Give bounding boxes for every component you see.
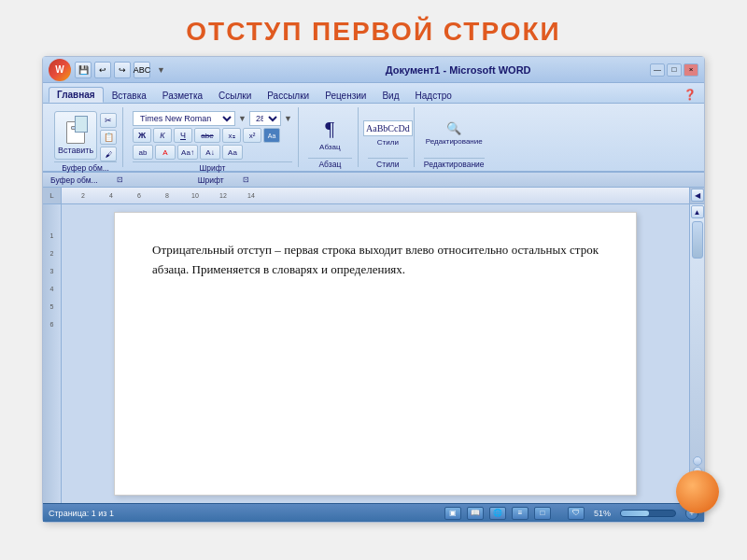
- editing-label: Редактирование: [426, 137, 483, 146]
- underline-button[interactable]: Ч: [174, 128, 192, 143]
- styles-content: AaBbCcDd Стили: [370, 109, 405, 158]
- tab-addins[interactable]: Надстро: [408, 89, 459, 103]
- v-ruler-5: 5: [50, 303, 54, 310]
- strikethrough-button[interactable]: abe: [194, 128, 220, 143]
- view-reading-btn[interactable]: 📖: [467, 507, 484, 520]
- font-group-label: Шрифт: [133, 161, 292, 173]
- subscript-button[interactable]: x₂: [222, 128, 241, 143]
- paragraph-button[interactable]: ¶ Абзац: [312, 109, 347, 158]
- tab-review[interactable]: Рецензии: [317, 89, 374, 103]
- tab-home[interactable]: Главная: [49, 87, 104, 103]
- editing-group: 🔍 Редактирование Редактирование: [418, 107, 490, 167]
- spell-quick-btn[interactable]: ABC: [134, 62, 150, 78]
- tab-view[interactable]: Вид: [374, 89, 406, 103]
- paragraph-group: ¶ Абзац Абзац: [303, 107, 359, 167]
- minimize-button[interactable]: —: [650, 63, 665, 77]
- font-section-label: Шрифт: [198, 175, 224, 185]
- styles-group-label: Стили: [368, 158, 408, 169]
- paragraph-content: ¶ Абзац: [312, 109, 347, 158]
- font-color-row: ab A Aa↑ A↓ Aa: [133, 145, 292, 160]
- buffer-label: Буфер обм...: [50, 175, 98, 185]
- clipboard-group: Вставить ✂ 📋 🖌 Буфер обм...: [49, 107, 123, 167]
- ruler-area: L 2 4 6 8 10 12 14 ◀: [43, 188, 704, 204]
- buffer-expand-icon[interactable]: ⊡: [117, 175, 123, 184]
- status-bar: Страница: 1 из 1 ▣ 📖 🌐 ≡ □ 🛡 51% +: [43, 503, 704, 522]
- zoom-level: 51%: [594, 509, 611, 518]
- view-outline-btn[interactable]: ≡: [512, 507, 529, 520]
- styles-label: Стили: [377, 138, 399, 147]
- cut-button[interactable]: ✂: [100, 113, 117, 128]
- tab-insert[interactable]: Вставка: [105, 89, 154, 103]
- font-color-button[interactable]: A: [155, 145, 176, 160]
- v-ruler-2: 2: [50, 250, 54, 257]
- editing-button[interactable]: 🔍 Редактирование: [436, 109, 472, 158]
- scroll-thumb[interactable]: [692, 221, 703, 259]
- ruler-num-10: 10: [181, 192, 209, 199]
- font-size-select[interactable]: 28: [249, 111, 281, 126]
- bold-button[interactable]: Ж: [133, 128, 151, 143]
- office-logo: W: [55, 64, 63, 75]
- font-size-arrow: ▼: [284, 114, 292, 123]
- window-title: Документ1 - Microsoft WORD: [266, 64, 650, 76]
- page-title: ОТСТУП ПЕРВОЙ СТРОКИ: [0, 17, 747, 47]
- ruler-num-6: 6: [125, 192, 153, 199]
- word-window: W 💾 ↩ ↪ ABC ▼ Документ1 - Microsoft WORD…: [42, 56, 705, 523]
- scroll-up-button[interactable]: ▲: [691, 205, 704, 218]
- font-name-select[interactable]: Times New Roman: [133, 111, 235, 126]
- ruler-scroll-btn[interactable]: ◀: [691, 189, 704, 202]
- styles-group: AaBbCcDd Стили Стили: [362, 107, 415, 167]
- clear-format-button[interactable]: Aa: [263, 128, 280, 143]
- tab-mailings[interactable]: Рассылки: [260, 89, 317, 103]
- window-controls: — □ ×: [650, 63, 698, 77]
- ribbon-help-icon[interactable]: ❓: [682, 87, 698, 103]
- font-format-row: Ж К Ч abe x₂ x² Aa: [133, 128, 292, 143]
- font-group: Times New Roman ▼ 28 ▼ Ж К Ч abe x₂ x² A…: [127, 107, 299, 167]
- v-ruler-4: 4: [50, 286, 54, 292]
- font-controls: Times New Roman ▼ 28 ▼ Ж К Ч abe x₂ x² A…: [133, 109, 292, 161]
- ruler-main: 2 4 6 8 10 12 14: [62, 188, 689, 203]
- tab-layout[interactable]: Разметка: [155, 89, 210, 103]
- v-ruler-6: 6: [50, 321, 54, 328]
- paste-doc-icon: [75, 116, 88, 133]
- tab-references[interactable]: Ссылки: [211, 89, 259, 103]
- zoom-slider[interactable]: [620, 510, 676, 517]
- styles-button[interactable]: AaBbCcDd Стили: [370, 109, 405, 158]
- right-scrollbar: ▲ ▼: [689, 204, 704, 503]
- ruler-num-14: 14: [237, 192, 265, 199]
- format-painter-button[interactable]: 🖌: [100, 147, 117, 161]
- shield-btn[interactable]: 🛡: [568, 507, 585, 520]
- increase-font-button[interactable]: Aa↑: [177, 145, 198, 160]
- ruler-num-2: 2: [69, 192, 97, 199]
- view-draft-btn[interactable]: □: [534, 507, 551, 520]
- office-button[interactable]: W: [49, 59, 71, 81]
- undo-quick-btn[interactable]: ↩: [94, 62, 111, 78]
- document-area: 1 2 3 4 5 6 Отрицательный отступ – перва…: [43, 204, 704, 503]
- zoom-fill: [621, 511, 649, 516]
- view-normal-btn[interactable]: ▣: [444, 507, 461, 520]
- clipboard-content: Вставить ✂ 📋 🖌: [54, 109, 117, 161]
- view-web-btn[interactable]: 🌐: [489, 507, 506, 520]
- italic-button[interactable]: К: [153, 128, 172, 143]
- paragraph-label: Абзац: [319, 143, 340, 151]
- paste-label: Вставить: [58, 146, 93, 155]
- redo-quick-btn[interactable]: ↪: [114, 62, 131, 78]
- ruler-num-12: 12: [209, 192, 237, 199]
- change-case-button[interactable]: Aa: [222, 145, 243, 160]
- save-quick-btn[interactable]: 💾: [75, 62, 92, 78]
- page-info: Страница: 1 из 1: [49, 509, 114, 518]
- paste-button[interactable]: Вставить: [54, 111, 97, 160]
- copy-button[interactable]: 📋: [100, 130, 117, 145]
- font-name-arrow: ▼: [238, 114, 247, 123]
- paragraph-icon: ¶: [325, 117, 334, 141]
- close-button[interactable]: ×: [684, 63, 698, 77]
- decrease-font-button[interactable]: A↓: [200, 145, 220, 160]
- scroll-prev-btn[interactable]: [693, 456, 702, 466]
- paste-icon: [63, 116, 88, 144]
- font-expand-icon[interactable]: ⊡: [243, 175, 249, 184]
- maximize-button[interactable]: □: [667, 63, 682, 77]
- v-ruler-1: 1: [50, 232, 54, 239]
- document-page[interactable]: Отрицательный отступ – первая строка вых…: [114, 212, 637, 496]
- ruler-num-8: 8: [153, 192, 181, 199]
- text-highlight-button[interactable]: ab: [133, 145, 153, 160]
- superscript-button[interactable]: x²: [243, 128, 261, 143]
